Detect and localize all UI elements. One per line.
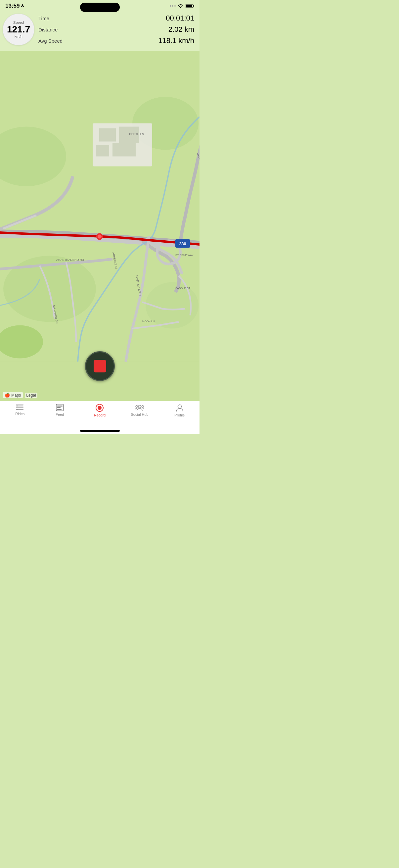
svg-rect-40 xyxy=(57,409,62,410)
screen: 13:59 xyxy=(0,0,199,434)
svg-rect-4 xyxy=(194,5,194,7)
svg-point-43 xyxy=(138,405,141,408)
feed-icon xyxy=(56,404,64,411)
map-area[interactable]: 280 OLD PAGE MILL RD GERTH LN ARASTRADER… xyxy=(0,51,199,401)
stop-icon xyxy=(94,360,106,372)
stop-record-button[interactable] xyxy=(85,351,115,381)
home-indicator xyxy=(0,427,199,434)
svg-rect-5 xyxy=(186,5,192,7)
stat-distance-value: 2.02 km xyxy=(168,25,194,34)
stat-avgspeed-value: 118.1 km/h xyxy=(158,36,194,45)
svg-point-2 xyxy=(174,5,176,7)
time-display: 13:59 xyxy=(5,3,20,9)
record-icon xyxy=(96,404,104,412)
record-button-container xyxy=(85,351,115,381)
stat-avgspeed-label: Avg Speed xyxy=(38,38,63,44)
svg-point-19 xyxy=(98,235,102,239)
speed-label: Speed xyxy=(13,21,24,25)
svg-rect-34 xyxy=(16,405,18,406)
speed-value: 121.7 xyxy=(7,25,30,35)
svg-point-1 xyxy=(172,5,173,7)
tab-profile[interactable]: Profile xyxy=(160,404,199,417)
stats-grid: Time 00:01:01 Distance 2.02 km Avg Speed… xyxy=(38,13,194,46)
svg-rect-39 xyxy=(57,407,61,408)
apple-maps-logo: 🍎 Maps xyxy=(3,392,23,398)
tab-rides[interactable]: Rides xyxy=(0,404,40,416)
battery-icon xyxy=(186,4,194,8)
tab-bar: Rides Feed Record xyxy=(0,401,199,427)
svg-rect-35 xyxy=(16,407,18,408)
stat-row-avgspeed: Avg Speed 118.1 km/h xyxy=(38,36,194,46)
svg-rect-36 xyxy=(16,409,18,410)
profile-icon xyxy=(176,404,183,412)
speed-circle: Speed 121.7 km/h xyxy=(3,13,34,45)
tab-feed[interactable]: Feed xyxy=(40,404,80,416)
svg-rect-13 xyxy=(99,128,116,142)
feed-label: Feed xyxy=(56,412,64,416)
svg-text:ARASTRADERO RD: ARASTRADERO RD xyxy=(56,258,85,261)
svg-point-44 xyxy=(136,406,138,407)
apple-maps-text: Maps xyxy=(11,393,21,398)
svg-rect-38 xyxy=(57,406,63,406)
svg-point-42 xyxy=(98,406,102,410)
svg-point-45 xyxy=(142,406,143,407)
svg-rect-15 xyxy=(96,145,109,157)
legal-link[interactable]: Legal xyxy=(25,393,37,398)
status-bar: 13:59 xyxy=(0,0,199,10)
stat-row-distance: Distance 2.02 km xyxy=(38,25,194,34)
stat-time-value: 00:01:01 xyxy=(166,14,194,23)
status-time: 13:59 xyxy=(5,3,24,9)
social-icon xyxy=(135,404,144,411)
svg-rect-16 xyxy=(112,143,136,157)
svg-text:GERTH LN: GERTH LN xyxy=(129,132,144,136)
svg-text:MOON LN: MOON LN xyxy=(142,320,155,323)
location-arrow-icon xyxy=(21,4,24,8)
svg-text:STIRRUP WAY: STIRRUP WAY xyxy=(175,254,194,256)
map-attribution: 🍎 Maps Legal xyxy=(3,392,37,398)
status-icons xyxy=(170,4,194,8)
profile-label: Profile xyxy=(174,413,185,417)
stat-row-time: Time 00:01:01 xyxy=(38,13,194,23)
record-label: Record xyxy=(94,413,105,417)
home-bar xyxy=(80,430,120,432)
svg-point-46 xyxy=(178,405,181,408)
svg-text:280: 280 xyxy=(179,241,186,246)
rides-icon xyxy=(16,404,24,410)
tab-social[interactable]: Social Hub xyxy=(120,404,160,416)
rides-label: Rides xyxy=(15,412,25,416)
svg-text:SADDLE CT: SADDLE CT xyxy=(175,287,190,290)
map-svg: 280 OLD PAGE MILL RD GERTH LN ARASTRADER… xyxy=(0,51,199,401)
stat-time-label: Time xyxy=(38,16,49,21)
wifi-icon xyxy=(178,4,184,8)
dynamic-island xyxy=(80,3,120,12)
stat-distance-label: Distance xyxy=(38,27,58,32)
signal-dots-icon xyxy=(170,4,176,8)
social-label: Social Hub xyxy=(131,412,148,416)
svg-point-0 xyxy=(170,5,171,7)
speed-unit: km/h xyxy=(14,34,23,38)
apple-icon: 🍎 xyxy=(5,393,10,398)
tab-record[interactable]: Record xyxy=(80,404,120,417)
stats-bar: Speed 121.7 km/h Time 00:01:01 Distance … xyxy=(0,10,199,51)
